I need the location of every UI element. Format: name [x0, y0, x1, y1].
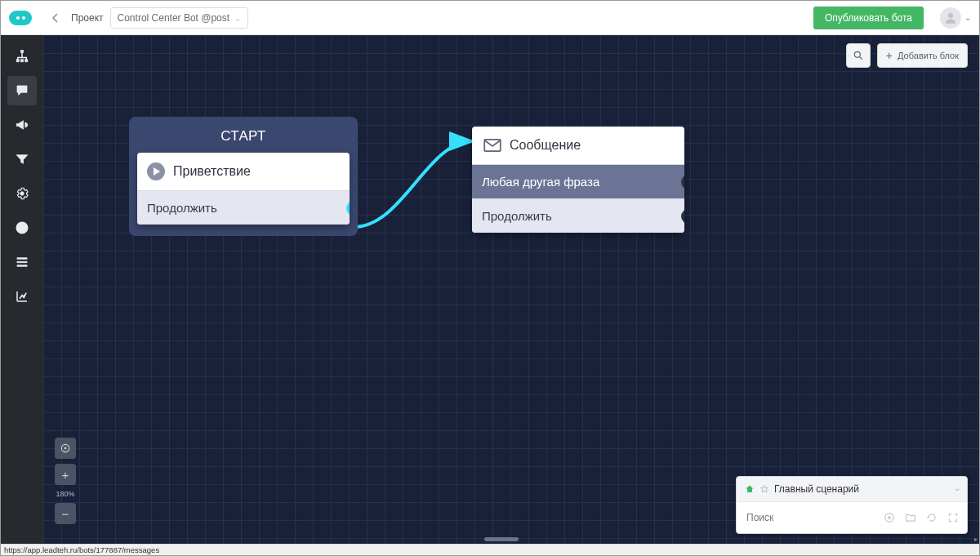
scenario-panel-header[interactable]: Главный сценарий ⌄	[737, 477, 967, 502]
any-phrase-label: Любая другая фраза	[482, 175, 599, 189]
play-icon	[147, 162, 165, 180]
collapse-icon[interactable]: ⌄	[954, 483, 960, 492]
continue-label: Продолжить	[147, 201, 217, 215]
bot-name: Control Center Bot @post	[118, 12, 230, 24]
folder-icon[interactable]	[903, 510, 918, 525]
add-block-button[interactable]: + Добавить блок	[877, 43, 968, 68]
home-icon	[745, 484, 755, 494]
node-start-title: СТАРТ	[137, 128, 350, 145]
node-start-header[interactable]: Приветствие	[137, 153, 350, 190]
bot-selector[interactable]: Control Center Bot @post ⌄	[110, 7, 249, 29]
sidebar-item-messages[interactable]: Сообщения	[7, 76, 37, 105]
publish-button[interactable]: Опубликовать бота	[813, 7, 924, 29]
chevron-down-icon: ⌄	[964, 13, 971, 22]
search-input[interactable]	[743, 507, 875, 528]
plus-icon: +	[886, 50, 893, 61]
zoom-controls: + 180% −	[55, 438, 76, 524]
scenario-panel: Главный сценарий ⌄	[736, 476, 968, 534]
refresh-icon[interactable]	[924, 510, 939, 525]
svg-rect-3	[21, 60, 24, 62]
node-message-continue-row[interactable]: Продолжить	[472, 198, 684, 233]
search-button[interactable]	[846, 43, 871, 68]
chevron-down-icon: ⌄	[234, 14, 241, 23]
node-message[interactable]: Сообщение Любая другая фраза Продолжить	[472, 127, 684, 233]
breadcrumb: Проект	[71, 12, 104, 24]
svg-point-0	[948, 13, 953, 18]
star-icon	[760, 484, 769, 494]
scenario-panel-body	[737, 502, 967, 533]
status-url: https://app.leadteh.ru/bots/177887/messa…	[4, 545, 159, 554]
svg-rect-8	[17, 261, 27, 263]
scenario-title: Главный сценарий	[774, 483, 859, 495]
canvas[interactable]: + Добавить блок СТАРТ Приветствие	[43, 35, 979, 544]
add-block-label: Добавить блок	[898, 51, 959, 60]
svg-rect-9	[17, 265, 27, 267]
svg-rect-7	[17, 258, 27, 260]
avatar-icon	[940, 7, 961, 29]
svg-rect-2	[16, 60, 19, 62]
scroll-right-icon: ▸	[974, 536, 978, 543]
sidebar-item-analytics[interactable]	[7, 282, 37, 311]
svg-rect-4	[25, 60, 28, 62]
sidebar-item-settings[interactable]	[7, 179, 37, 208]
sidebar: Сообщения	[1, 35, 43, 544]
output-port[interactable]	[681, 175, 684, 189]
svg-rect-1	[21, 51, 24, 53]
svg-line-11	[860, 57, 862, 60]
horizontal-scrollbar[interactable]	[43, 534, 979, 544]
logo[interactable]	[1, 1, 40, 35]
node-start-card: Приветствие Продолжить	[137, 153, 350, 225]
sidebar-item-structure[interactable]	[7, 42, 37, 71]
sidebar-item-filter[interactable]	[7, 145, 37, 174]
zoom-in-button[interactable]: +	[55, 464, 76, 485]
svg-point-14	[65, 447, 66, 449]
main-area: Сообщения + Добавить	[1, 35, 979, 544]
mail-icon	[483, 139, 501, 152]
node-message-header[interactable]: Сообщение	[472, 127, 684, 164]
node-start-continue-row[interactable]: Продолжить	[137, 190, 350, 225]
user-menu[interactable]: ⌄	[940, 7, 971, 29]
output-port[interactable]	[681, 209, 684, 224]
node-message-anyphrase-row[interactable]: Любая другая фраза	[472, 164, 684, 198]
greeting-label: Приветствие	[173, 164, 251, 179]
top-bar: Проект Control Center Bot @post ⌄ Опубли…	[1, 1, 979, 35]
sidebar-item-broadcast[interactable]	[7, 110, 37, 140]
svg-point-5	[20, 192, 24, 196]
svg-point-10	[854, 51, 860, 57]
back-button[interactable]	[47, 9, 65, 27]
add-scenario-icon[interactable]	[882, 510, 897, 525]
output-port[interactable]	[346, 201, 350, 216]
continue-label: Продолжить	[482, 209, 552, 223]
zoom-out-button[interactable]: −	[55, 503, 76, 524]
canvas-toolbar: + Добавить блок	[846, 43, 968, 68]
node-start[interactable]: СТАРТ Приветствие Продолжить	[129, 117, 358, 236]
sidebar-item-support[interactable]	[7, 213, 37, 242]
zoom-reset-button[interactable]	[55, 438, 76, 459]
canvas-grid	[43, 35, 979, 544]
node-message-card: Сообщение Любая другая фраза Продолжить	[472, 127, 684, 233]
message-title: Сообщение	[510, 138, 581, 153]
sidebar-item-list[interactable]	[7, 247, 37, 277]
expand-icon[interactable]	[946, 510, 960, 525]
zoom-level-label: 180%	[56, 490, 74, 498]
status-bar: https://app.leadteh.ru/bots/177887/messa…	[1, 544, 979, 555]
